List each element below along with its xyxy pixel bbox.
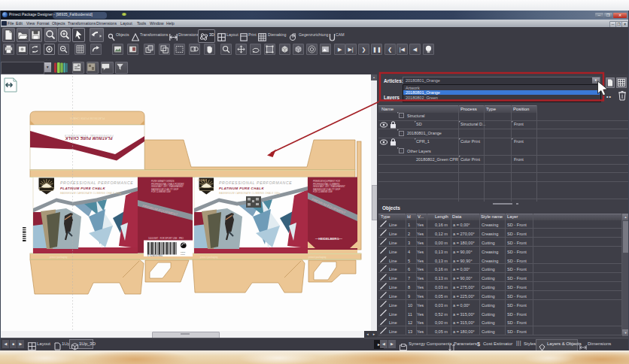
svg-text:RESISTANT, DRY, TRANSPARENT: RESISTANT, DRY, TRANSPARENT	[151, 185, 184, 188]
svg-text:prinect packaging: prinect packaging	[50, 256, 68, 259]
svg-text:FOR CLIMBING USE: FOR CLIMBING USE	[151, 190, 171, 193]
svg-text:20180801: 20180801	[197, 179, 207, 182]
svg-text:FOR CLIMBING USE: FOR CLIMBING USE	[313, 190, 333, 193]
svg-text:prinect packaging: prinect packaging	[200, 256, 218, 259]
svg-text:PLATINUM PURE CHALK: PLATINUM PURE CHALK	[65, 136, 112, 140]
svg-text:100g: 100g	[181, 253, 185, 256]
svg-text:PROFESSIONAL CHALK POWDER: PROFESSIONAL CHALK POWDER	[151, 183, 184, 186]
svg-text:MAGNESIUM QUALITY GRIP: MAGNESIUM QUALITY GRIP	[151, 188, 178, 191]
svg-text:RESISTANT, DRY, TRANSPARENT: RESISTANT, DRY, TRANSPARENT	[313, 185, 345, 188]
svg-text:PROFESSIONAL PERFORMANCE: PROFESSIONAL PERFORMANCE	[64, 134, 114, 137]
svg-text:PROFESSIONAL CLIMBERS: PROFESSIONAL CLIMBERS	[313, 183, 340, 186]
svg-text:PREMIUM EQUIPMENT FOR: PREMIUM EQUIPMENT FOR	[313, 180, 340, 183]
svg-text:100G NET · FOR SPORT USE ·: 100G NET · FOR SPORT USE · PRO	[148, 237, 184, 240]
svg-text:PLATINUM PURE CHALK: PLATINUM PURE CHALK	[219, 187, 264, 190]
svg-text:prinect packaging: prinect packaging	[308, 256, 327, 259]
svg-text:MAGNESIUM QUALITY GRIP: MAGNESIUM QUALITY GRIP	[313, 188, 340, 191]
svg-text:PLATINUM PURE CHALK: PLATINUM PURE CHALK	[69, 117, 105, 120]
svg-text:PROFESSIONAL PERFORMANCE: PROFESSIONAL PERFORMANCE	[219, 180, 292, 185]
svg-text:PURE SWEATY GRINDS: PURE SWEATY GRINDS	[151, 180, 175, 183]
svg-text:PROFESSIONAL PERFORMANCE: PROFESSIONAL PERFORMANCE	[60, 180, 133, 185]
svg-text:PLATINUM PURE CHALK: PLATINUM PURE CHALK	[60, 187, 105, 190]
svg-text:8 712345 678901: 8 712345 678901	[147, 254, 163, 257]
svg-text:MAGNESIUM CARBONATE CLIMBING C: MAGNESIUM CARBONATE CLIMBING CHALK 100g	[60, 192, 121, 195]
svg-text:—HEIDELBERG—: —HEIDELBERG—	[315, 237, 343, 241]
svg-text:MAGNESIUM CARBONATE CLIMBING C: MAGNESIUM CARBONATE CLIMBING CHALK 100g	[219, 192, 280, 195]
